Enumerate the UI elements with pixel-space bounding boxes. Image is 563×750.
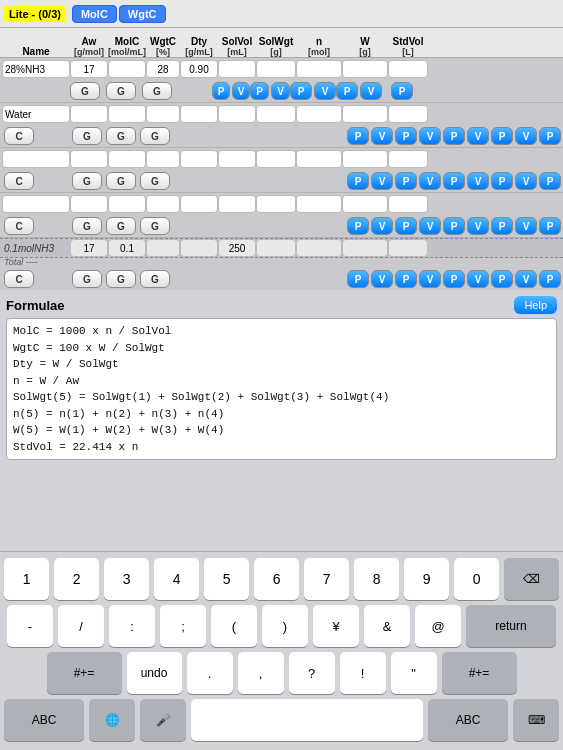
- kb-key-numpad-toggle[interactable]: #+=: [47, 652, 122, 694]
- chem-1-btn-p1[interactable]: P: [212, 82, 230, 100]
- chem-1-btn-p5[interactable]: P: [391, 82, 413, 100]
- kb-key-2[interactable]: 2: [54, 558, 99, 600]
- chem-3-btn-c[interactable]: C: [4, 172, 34, 190]
- kb-key-slash[interactable]: /: [58, 605, 104, 647]
- total-btn-g1[interactable]: G: [72, 270, 102, 288]
- chem-4-aw[interactable]: [70, 195, 108, 213]
- kb-key-3[interactable]: 3: [104, 558, 149, 600]
- total-btn-p5[interactable]: P: [539, 270, 561, 288]
- chem-4-btn-g3[interactable]: G: [140, 217, 170, 235]
- chem-3-wgtc[interactable]: [146, 150, 180, 168]
- chem-3-btn-v3[interactable]: V: [467, 172, 489, 190]
- chem-2-stdvol[interactable]: [388, 105, 428, 123]
- chem-3-stdvol[interactable]: [388, 150, 428, 168]
- kb-key-keyboard[interactable]: ⌨: [513, 699, 559, 741]
- kb-key-9[interactable]: 9: [404, 558, 449, 600]
- chem-4-wgtc[interactable]: [146, 195, 180, 213]
- total-btn-v3[interactable]: V: [467, 270, 489, 288]
- total-w[interactable]: [342, 239, 388, 257]
- kb-key-globe[interactable]: 🌐: [89, 699, 135, 741]
- total-btn-p3[interactable]: P: [443, 270, 465, 288]
- kb-key-semicolon[interactable]: ;: [160, 605, 206, 647]
- chem-3-molc[interactable]: [108, 150, 146, 168]
- kb-key-abc-right[interactable]: ABC: [428, 699, 508, 741]
- chem-2-molc[interactable]: [108, 105, 146, 123]
- chem-4-solwgt[interactable]: [256, 195, 296, 213]
- chem-4-btn-p3[interactable]: P: [443, 217, 465, 235]
- chem-4-btn-p1[interactable]: P: [347, 217, 369, 235]
- chem-2-n[interactable]: [296, 105, 342, 123]
- kb-key-close-paren[interactable]: ): [262, 605, 308, 647]
- chem-1-dty[interactable]: [180, 60, 218, 78]
- kb-key-minus[interactable]: -: [7, 605, 53, 647]
- chem-4-btn-v1[interactable]: V: [371, 217, 393, 235]
- total-btn-p1[interactable]: P: [347, 270, 369, 288]
- chem-2-wgtc[interactable]: [146, 105, 180, 123]
- total-btn-g3[interactable]: G: [140, 270, 170, 288]
- kb-key-mic[interactable]: 🎤: [140, 699, 186, 741]
- total-wgtc[interactable]: [146, 239, 180, 257]
- help-button[interactable]: Help: [514, 296, 557, 314]
- kb-key-period[interactable]: .: [187, 652, 233, 694]
- kb-key-8[interactable]: 8: [354, 558, 399, 600]
- chem-1-solvol[interactable]: [218, 60, 256, 78]
- total-btn-v1[interactable]: V: [371, 270, 393, 288]
- chem-1-btn-g3[interactable]: G: [142, 82, 172, 100]
- total-btn-p2[interactable]: P: [395, 270, 417, 288]
- chem-2-btn-g1[interactable]: G: [72, 127, 102, 145]
- chem-2-solvol[interactable]: [218, 105, 256, 123]
- kb-key-space[interactable]: [191, 699, 423, 741]
- kb-key-ampersand[interactable]: &: [364, 605, 410, 647]
- chem-3-btn-p1[interactable]: P: [347, 172, 369, 190]
- kb-key-return[interactable]: return: [466, 605, 556, 647]
- chem-4-btn-v3[interactable]: V: [467, 217, 489, 235]
- chem-4-dty[interactable]: [180, 195, 218, 213]
- chem-2-name[interactable]: [2, 105, 70, 123]
- chem-3-btn-p3[interactable]: P: [443, 172, 465, 190]
- total-n[interactable]: [296, 239, 342, 257]
- chem-3-btn-g2[interactable]: G: [106, 172, 136, 190]
- chem-2-btn-c[interactable]: C: [4, 127, 34, 145]
- chem-4-btn-v2[interactable]: V: [419, 217, 441, 235]
- kb-key-5[interactable]: 5: [204, 558, 249, 600]
- chem-2-btn-p2[interactable]: P: [395, 127, 417, 145]
- chem-1-n[interactable]: [296, 60, 342, 78]
- chem-1-w[interactable]: [342, 60, 388, 78]
- chem-4-btn-p2[interactable]: P: [395, 217, 417, 235]
- chem-2-solwgt[interactable]: [256, 105, 296, 123]
- chem-4-btn-g2[interactable]: G: [106, 217, 136, 235]
- kb-key-abc-left[interactable]: ABC: [4, 699, 84, 741]
- kb-key-backspace[interactable]: ⌫: [504, 558, 559, 600]
- kb-key-numpad-toggle-right[interactable]: #+=: [442, 652, 517, 694]
- chem-2-w[interactable]: [342, 105, 388, 123]
- chem-2-btn-p3[interactable]: P: [443, 127, 465, 145]
- kb-key-1[interactable]: 1: [4, 558, 49, 600]
- chem-3-btn-v4[interactable]: V: [515, 172, 537, 190]
- kb-key-comma[interactable]: ,: [238, 652, 284, 694]
- total-stdvol[interactable]: [388, 239, 428, 257]
- chem-1-btn-v1[interactable]: V: [232, 82, 250, 100]
- kb-key-7[interactable]: 7: [304, 558, 349, 600]
- chem-4-solvol[interactable]: [218, 195, 256, 213]
- chem-3-btn-p5[interactable]: P: [539, 172, 561, 190]
- chem-2-btn-v3[interactable]: V: [467, 127, 489, 145]
- chem-3-btn-v2[interactable]: V: [419, 172, 441, 190]
- chem-1-molc[interactable]: [108, 60, 146, 78]
- total-btn-c[interactable]: C: [4, 270, 34, 288]
- chem-4-btn-p4[interactable]: P: [491, 217, 513, 235]
- chem-4-btn-c[interactable]: C: [4, 217, 34, 235]
- kb-key-quote[interactable]: ": [391, 652, 437, 694]
- total-btn-g2[interactable]: G: [106, 270, 136, 288]
- total-aw[interactable]: [70, 239, 108, 257]
- chem-1-btn-p3[interactable]: P: [290, 82, 312, 100]
- kb-key-undo[interactable]: undo: [127, 652, 182, 694]
- chem-4-molc[interactable]: [108, 195, 146, 213]
- tab-molc[interactable]: MolC: [72, 5, 117, 23]
- chem-1-name[interactable]: [2, 60, 70, 78]
- chem-2-btn-p1[interactable]: P: [347, 127, 369, 145]
- chem-1-wgtc[interactable]: [146, 60, 180, 78]
- chem-2-btn-g2[interactable]: G: [106, 127, 136, 145]
- chem-3-dty[interactable]: [180, 150, 218, 168]
- chem-4-n[interactable]: [296, 195, 342, 213]
- chem-1-aw[interactable]: [70, 60, 108, 78]
